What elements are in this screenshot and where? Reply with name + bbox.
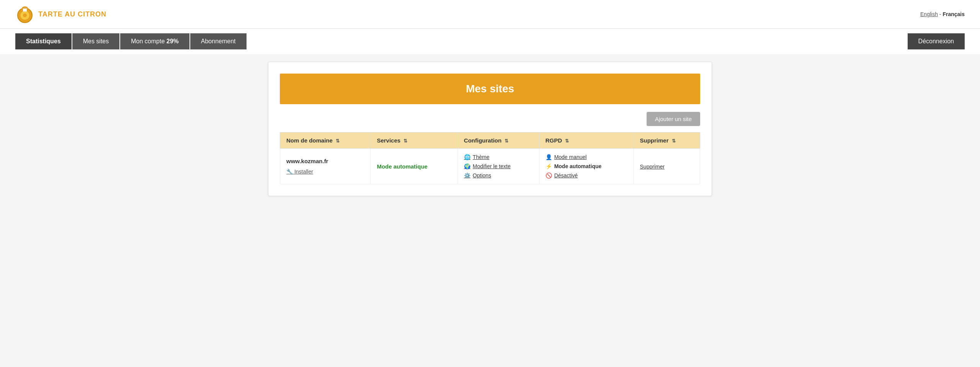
user-icon: 👤: [546, 154, 552, 160]
config-links: 🌐 Thème 🌍 Modifier le texte ⚙️ Options: [464, 154, 533, 179]
sort-config-icon[interactable]: ⇅: [505, 138, 508, 144]
theme-link[interactable]: 🌐 Thème: [464, 154, 533, 160]
nav-right: Déconnexion: [908, 33, 965, 49]
sort-delete-icon[interactable]: ⇅: [672, 138, 676, 144]
table-header: Nom de domaine ⇅ Services ⇅ Configuratio…: [280, 133, 700, 149]
sites-table: Nom de domaine ⇅ Services ⇅ Configuratio…: [280, 132, 700, 184]
gear-icon: ⚙️: [464, 172, 470, 179]
nav-sites-button[interactable]: Mes sites: [72, 33, 120, 49]
svg-rect-4: [23, 8, 27, 11]
main-container: Mes sites Ajouter un site Nom de domaine…: [268, 62, 712, 196]
logo-icon: [15, 5, 34, 24]
rgpd-desactive-item: 🚫 Désactivé: [546, 172, 627, 179]
add-site-area: Ajouter un site: [280, 112, 700, 126]
nav-account-label: Mon compte: [131, 38, 165, 44]
header: TARTE AU CITRON English - Français: [0, 0, 980, 29]
sort-rgpd-icon[interactable]: ⇅: [565, 138, 569, 144]
rgpd-desactive-link[interactable]: Désactivé: [554, 172, 578, 179]
lang-switcher: English - Français: [920, 11, 965, 17]
options-link[interactable]: ⚙️ Options: [464, 172, 533, 179]
table-body: www.kozman.fr 🔧 Installer Mode automatiq…: [280, 149, 700, 184]
install-link[interactable]: 🔧 Installer: [286, 169, 313, 175]
services-cell: Mode automatique: [371, 149, 457, 184]
nav-abonnement-button[interactable]: Abonnement: [190, 33, 247, 49]
col-rgpd-header: RGPD ⇅: [539, 133, 634, 149]
wrench-icon: 🔧: [286, 169, 293, 175]
svg-point-2: [23, 13, 27, 17]
domain-name: www.kozman.fr: [286, 158, 364, 164]
rgpd-items: 👤 Mode manuel ⚡ Mode automatique 🚫 Désac…: [546, 154, 627, 179]
col-domain-header: Nom de domaine ⇅: [280, 133, 371, 149]
modify-text-link[interactable]: 🌍 Modifier le texte: [464, 163, 533, 169]
lang-english-link[interactable]: English: [920, 11, 938, 17]
block-icon: 🚫: [546, 172, 552, 179]
config-cell: 🌐 Thème 🌍 Modifier le texte ⚙️ Options: [457, 149, 539, 184]
table-header-row: Nom de domaine ⇅ Services ⇅ Configuratio…: [280, 133, 700, 149]
nav-account-button[interactable]: Mon compte 29%: [120, 33, 189, 49]
navbar: Statistiques Mes sites Mon compte 29% Ab…: [0, 29, 980, 54]
nav-account-pct: 29%: [167, 38, 179, 44]
delete-link[interactable]: Supprimer: [640, 164, 665, 170]
logo-text: TARTE AU CITRON: [38, 10, 106, 18]
rgpd-cell: 👤 Mode manuel ⚡ Mode automatique 🚫 Désac…: [539, 149, 634, 184]
nav-disconnect-button[interactable]: Déconnexion: [908, 33, 965, 49]
rgpd-mode-auto-item: ⚡ Mode automatique: [546, 163, 627, 169]
col-config-header: Configuration ⇅: [457, 133, 539, 149]
theme-icon: 🌐: [464, 154, 470, 160]
domain-cell: www.kozman.fr 🔧 Installer: [280, 149, 371, 184]
sort-domain-icon[interactable]: ⇅: [336, 138, 340, 144]
delete-cell: Supprimer: [634, 149, 700, 184]
lightning-icon: ⚡: [546, 163, 552, 169]
table-row: www.kozman.fr 🔧 Installer Mode automatiq…: [280, 149, 700, 184]
add-site-button[interactable]: Ajouter un site: [647, 112, 700, 126]
logo-area: TARTE AU CITRON: [15, 5, 106, 24]
rgpd-mode-auto-label: Mode automatique: [554, 163, 602, 169]
lang-french-link[interactable]: Français: [942, 11, 965, 17]
nav-left: Statistiques Mes sites Mon compte 29% Ab…: [15, 33, 247, 49]
page-banner: Mes sites: [280, 74, 700, 104]
rgpd-mode-manuel-link[interactable]: Mode manuel: [554, 154, 587, 160]
rgpd-mode-manuel-item: 👤 Mode manuel: [546, 154, 627, 160]
services-mode: Mode automatique: [377, 163, 428, 170]
col-delete-header: Supprimer ⇅: [634, 133, 700, 149]
nav-stats-button[interactable]: Statistiques: [15, 33, 72, 49]
sort-services-icon[interactable]: ⇅: [403, 138, 407, 144]
globe-icon: 🌍: [464, 163, 470, 169]
col-services-header: Services ⇅: [371, 133, 457, 149]
